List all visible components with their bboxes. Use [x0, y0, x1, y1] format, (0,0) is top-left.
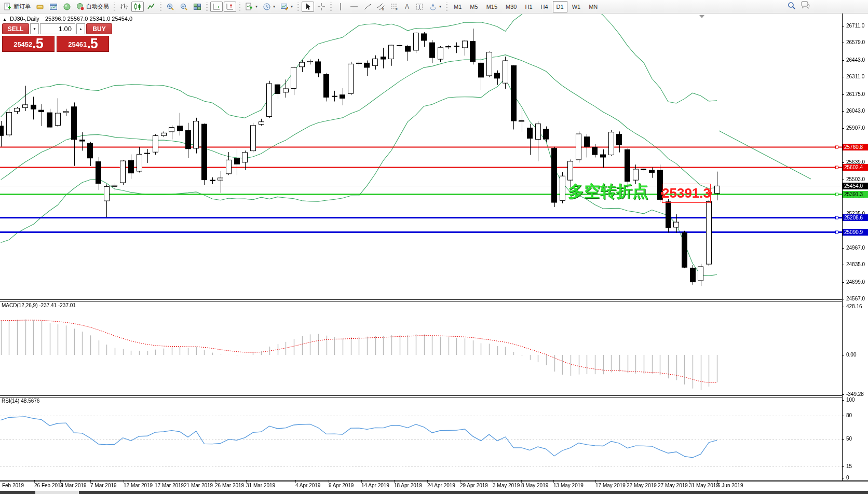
annotation-price-box[interactable]: 25391.3 — [662, 184, 711, 203]
line-chart-button[interactable] — [145, 2, 157, 12]
templates-icon — [280, 3, 289, 11]
timeframe-w1[interactable]: W1 — [568, 1, 585, 12]
price-tick-mark — [842, 111, 844, 112]
indicators-icon — [245, 3, 253, 11]
panel-separator[interactable] — [0, 397, 842, 397]
date-label: 17 Mar 2019 — [155, 483, 184, 488]
cursor-tool-button[interactable] — [302, 2, 314, 12]
price-tick-label: 24967.0 — [846, 245, 865, 251]
volume-input[interactable]: 1.00 — [40, 23, 75, 34]
timeframe-d1[interactable]: D1 — [553, 1, 567, 12]
chart-window-button[interactable] — [47, 2, 60, 12]
timeframe-m5[interactable]: M5 — [466, 1, 481, 12]
price-line-label: 25090.9 — [843, 229, 868, 236]
zoom-in-button[interactable] — [164, 2, 177, 12]
chart-shift-button[interactable] — [224, 2, 236, 12]
sell-price-display[interactable]: 25452.5 — [2, 36, 55, 52]
svg-text:T: T — [418, 4, 421, 10]
price-line-label: 25760.8 — [843, 144, 868, 150]
price-tick-mark — [842, 128, 844, 129]
macd-tick-mark — [842, 394, 844, 395]
chat-icon[interactable] — [801, 1, 811, 10]
text-label-icon: T — [415, 3, 424, 11]
rsi-tick-label: 100 — [846, 397, 855, 403]
dropdown-arrow-icon: ▾ — [255, 4, 257, 9]
panel-separator[interactable] — [0, 299, 842, 300]
horizontal-scrollbar[interactable] — [0, 491, 868, 494]
text-label-tool-button[interactable]: T — [413, 2, 426, 12]
fibonacci-tool-button[interactable]: F — [388, 2, 401, 12]
price-tick-label: 24835.0 — [846, 262, 865, 268]
zoom-out-button[interactable] — [178, 2, 190, 12]
tile-windows-icon — [193, 3, 201, 11]
panel-separator[interactable] — [0, 395, 842, 396]
tile-windows-button[interactable] — [191, 2, 204, 12]
date-label: 26 Mar 2019 — [215, 483, 244, 488]
date-label: 8 May 2019 — [521, 483, 548, 488]
volume-decrease-button[interactable]: ▾ — [30, 23, 39, 34]
rsi-tick-mark — [842, 416, 844, 416]
vertical-line-tool-button[interactable] — [334, 2, 347, 12]
timeframe-h1[interactable]: H1 — [521, 1, 536, 12]
svg-text:E: E — [382, 8, 384, 11]
price-line-label: 25391.3 — [843, 191, 868, 198]
periods-button[interactable]: ▾ — [261, 2, 277, 12]
sell-button[interactable]: SELL — [2, 23, 29, 34]
buy-price-display[interactable]: 25461.5 — [57, 36, 109, 52]
macd-tick-mark — [842, 355, 844, 355]
rsi-tick-mark — [842, 478, 844, 478]
buy-button[interactable]: BUY — [86, 23, 112, 34]
volume-increase-button[interactable]: ▴ — [76, 23, 85, 34]
trendline-tool-button[interactable] — [361, 2, 374, 12]
auto-trading-icon — [76, 3, 85, 11]
templates-button[interactable]: ▾ — [278, 2, 295, 12]
chart-shift-marker[interactable] — [699, 15, 704, 18]
panel-separator[interactable] — [0, 301, 842, 301]
new-order-button[interactable]: 新订单 — [2, 2, 33, 12]
shapes-icon — [429, 3, 437, 11]
connection-button[interactable] — [61, 2, 73, 12]
search-icon[interactable] — [787, 1, 796, 10]
crosshair-icon — [317, 3, 326, 11]
timeframe-mn[interactable]: MN — [585, 1, 601, 12]
price-tick-mark — [842, 265, 844, 265]
market-watch-button[interactable] — [34, 2, 46, 12]
collapse-triangle-icon[interactable]: ▲ — [3, 17, 7, 22]
toolbar: 新订单 自动交易 ▾ ▾ ▾ E F A T ▾ M1M5M15M30H1H4D… — [0, 0, 868, 13]
timeframe-m15[interactable]: M15 — [483, 1, 501, 12]
text-a-icon: A — [405, 3, 409, 10]
date-label: 14 Apr 2019 — [361, 483, 389, 488]
horizontal-scrollbar-thumb[interactable] — [35, 491, 79, 494]
date-label: 3 May 2019 — [493, 483, 520, 488]
bar-chart-button[interactable] — [118, 2, 130, 12]
annotation-text[interactable]: 多空转折点 — [568, 181, 648, 202]
price-tick-label: 26175.0 — [846, 91, 865, 98]
candlestick-chart-button[interactable] — [131, 2, 144, 12]
text-tool-button[interactable]: A — [402, 2, 412, 12]
date-label: 29 Apr 2019 — [460, 483, 488, 488]
date-label: 31 Mar 2019 — [246, 483, 275, 488]
price-tick-label: 25503.0 — [846, 176, 865, 183]
price-tick-label: 26711.0 — [846, 23, 864, 29]
macd-tick-label: 0.00 — [846, 352, 856, 358]
price-chart-canvas[interactable] — [0, 0, 868, 494]
timeframe-h4[interactable]: H4 — [537, 1, 552, 12]
auto-scroll-icon — [212, 3, 221, 11]
channel-tool-button[interactable]: E — [375, 2, 387, 12]
macd-tick-label: 428.16 — [846, 304, 862, 310]
dropdown-arrow-icon: ▾ — [439, 4, 441, 9]
rsi-tick-label: 50 — [846, 436, 852, 442]
horizontal-line-tool-button[interactable] — [348, 2, 360, 12]
toolbar-grip — [297, 3, 299, 11]
candlestick-chart-icon — [133, 3, 142, 11]
auto-scroll-button[interactable] — [210, 2, 223, 12]
timeframe-m30[interactable]: M30 — [502, 1, 520, 12]
ohlc-values: 25396.0 25567.0 25341.0 25454.0 — [45, 16, 132, 22]
shapes-tool-button[interactable]: ▾ — [427, 2, 443, 12]
price-tick-mark — [842, 60, 844, 61]
auto-trading-button[interactable]: 自动交易 — [74, 2, 111, 12]
crosshair-tool-button[interactable] — [315, 2, 328, 12]
indicators-button[interactable]: ▾ — [243, 2, 260, 12]
timeframe-m1[interactable]: M1 — [450, 1, 465, 12]
rsi-tick-label: 80 — [846, 413, 852, 419]
